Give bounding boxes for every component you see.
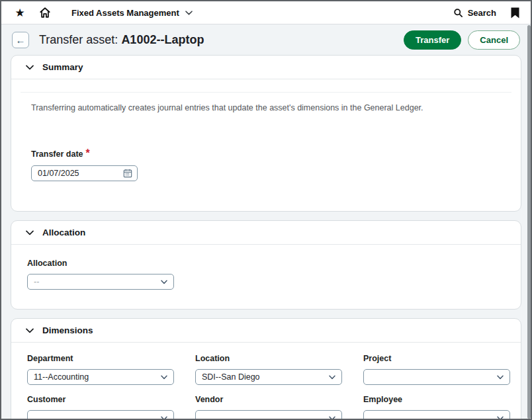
location-select[interactable]: SDI--San Diego bbox=[195, 369, 342, 385]
required-marker: * bbox=[86, 147, 90, 159]
allocation-section-title: Allocation bbox=[42, 228, 85, 237]
summary-divider bbox=[21, 92, 511, 93]
employee-select[interactable] bbox=[363, 410, 510, 420]
allocation-label: Allocation bbox=[27, 259, 505, 268]
dimensions-section: Dimensions Department 11--Accounting Loc… bbox=[11, 318, 521, 420]
page-title: Transfer asset:A1002--Laptop bbox=[39, 33, 204, 47]
department-value: 11--Accounting bbox=[34, 372, 89, 382]
employee-field: Employee bbox=[363, 395, 510, 420]
chevron-down-icon bbox=[329, 375, 335, 380]
chevron-down-icon bbox=[161, 280, 167, 284]
cancel-button[interactable]: Cancel bbox=[468, 30, 520, 50]
vendor-field: Vendor bbox=[195, 395, 342, 420]
customer-field: Customer bbox=[27, 395, 174, 420]
transfer-asset-page: { "topbar": { "app_name": "Fixed Assets … bbox=[0, 0, 532, 420]
back-arrow-icon: ← bbox=[16, 35, 26, 45]
project-select[interactable] bbox=[363, 369, 510, 385]
project-field: Project bbox=[363, 354, 510, 385]
dimensions-section-header[interactable]: Dimensions bbox=[11, 319, 521, 343]
project-label: Project bbox=[363, 354, 510, 363]
allocation-section: Allocation Allocation -- bbox=[11, 220, 521, 310]
header-actions: Transfer Cancel bbox=[404, 30, 520, 50]
back-button[interactable]: ← bbox=[12, 32, 29, 48]
collapse-chevron-icon bbox=[26, 328, 34, 333]
location-label: Location bbox=[195, 354, 342, 363]
allocation-body: Allocation -- bbox=[11, 245, 521, 309]
location-value: SDI--San Diego bbox=[202, 372, 260, 382]
transfer-date-label: Transfer date bbox=[31, 149, 83, 159]
customer-select[interactable] bbox=[27, 410, 174, 420]
summary-section-title: Summary bbox=[42, 62, 83, 72]
department-field: Department 11--Accounting bbox=[27, 354, 174, 385]
department-select[interactable]: 11--Accounting bbox=[27, 369, 174, 385]
bookmark-icon bbox=[511, 7, 519, 19]
allocation-section-header[interactable]: Allocation bbox=[11, 221, 521, 245]
app-name: Fixed Assets Management bbox=[71, 8, 179, 18]
allocation-value: -- bbox=[34, 277, 39, 286]
page-header: ← Transfer asset:A1002--Laptop Transfer … bbox=[1, 24, 531, 55]
search-label: Search bbox=[468, 8, 496, 18]
home-button[interactable] bbox=[36, 3, 54, 22]
app-switcher[interactable]: Fixed Assets Management bbox=[71, 8, 193, 18]
chevron-down-icon bbox=[161, 416, 167, 420]
transfer-button[interactable]: Transfer bbox=[404, 30, 461, 50]
customer-label: Customer bbox=[27, 395, 174, 404]
chevron-down-icon bbox=[497, 375, 504, 380]
chevron-down-icon bbox=[161, 375, 167, 380]
collapse-chevron-icon bbox=[26, 65, 34, 70]
employee-label: Employee bbox=[363, 395, 510, 404]
favorites-button[interactable]: ★ bbox=[11, 3, 29, 22]
chevron-down-icon bbox=[185, 11, 193, 15]
asset-name: A1002--Laptop bbox=[121, 33, 204, 46]
transfer-date-field: Transfer date* 01/07/2025 bbox=[31, 147, 501, 181]
search-button[interactable]: Search bbox=[453, 8, 496, 18]
transfer-date-value: 01/07/2025 bbox=[38, 169, 79, 178]
home-icon bbox=[39, 7, 51, 19]
topbar-right-actions: Search bbox=[453, 3, 521, 22]
top-navigation-bar: ★ Fixed Assets Management Search bbox=[1, 1, 531, 24]
chevron-down-icon bbox=[329, 416, 335, 420]
star-icon: ★ bbox=[15, 7, 24, 19]
dimensions-section-title: Dimensions bbox=[42, 325, 93, 335]
summary-section: Summary Transferring automatically creat… bbox=[11, 55, 521, 212]
location-field: Location SDI--San Diego bbox=[195, 354, 342, 385]
allocation-select[interactable]: -- bbox=[27, 274, 174, 290]
vendor-select[interactable] bbox=[195, 410, 342, 420]
search-icon bbox=[453, 8, 463, 18]
chevron-down-icon bbox=[497, 416, 504, 420]
transfer-date-input[interactable]: 01/07/2025 bbox=[31, 165, 138, 181]
dimensions-body: Department 11--Accounting Location SDI--… bbox=[11, 343, 521, 420]
summary-section-header[interactable]: Summary bbox=[11, 56, 521, 79]
summary-info-text: Transferring automatically creates journ… bbox=[31, 103, 501, 112]
vendor-label: Vendor bbox=[195, 395, 342, 404]
page-title-prefix: Transfer asset: bbox=[39, 33, 118, 46]
bookmarks-button[interactable] bbox=[508, 3, 521, 22]
vertical-scrollbar[interactable] bbox=[527, 25, 531, 419]
calendar-icon[interactable] bbox=[123, 169, 132, 178]
collapse-chevron-icon bbox=[26, 230, 34, 235]
department-label: Department bbox=[27, 354, 174, 363]
